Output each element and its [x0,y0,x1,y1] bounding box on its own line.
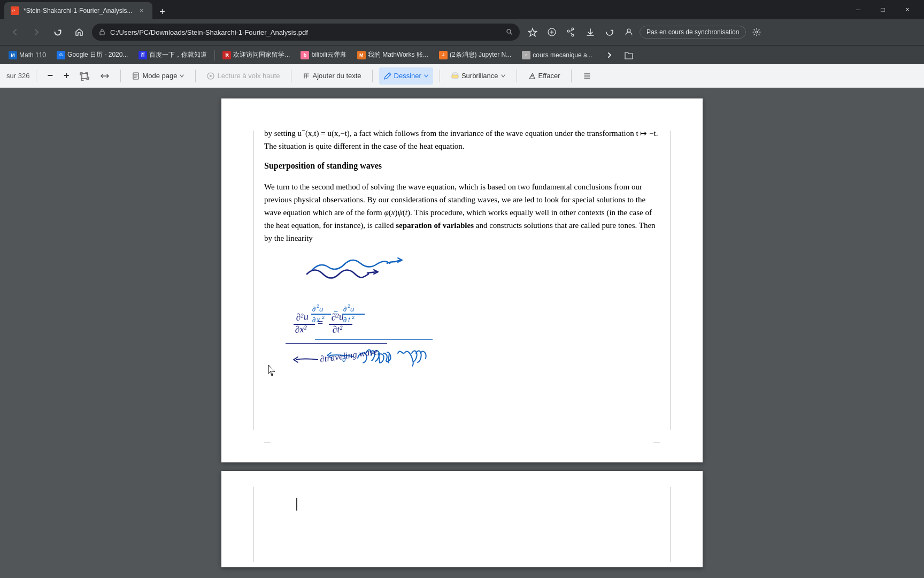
address-text: C:/Users/PC/Downloads/Stein-Shakarchi-1-… [110,28,502,36]
more-bookmarks-button[interactable] [601,47,618,64]
svg-rect-7 [82,73,87,79]
bookmark-mathworks-favicon: M [357,51,366,59]
mode-page-dropdown[interactable]: Mode page [127,67,189,85]
bookmark-cours[interactable]: c cours mecanique a... [518,49,596,62]
zoom-controls: − + [43,67,114,85]
download-icon[interactable] [582,24,599,41]
page-corner-bottom-right: — [653,439,660,446]
collections-button[interactable] [543,24,560,41]
fit-page-button[interactable] [75,67,94,85]
page-sur-label: sur 326 [6,72,29,80]
active-tab[interactable]: P *Stein-Shakarchi-1-Fourier_Analysis...… [4,2,152,19]
titlebar: P *Stein-Shakarchi-1-Fourier_Analysis...… [0,0,924,19]
pdf-toolbar: sur 326 − + Mode page Lecture à voix hau… [0,64,924,88]
svg-text:∂²u: ∂²u [331,311,344,323]
bold-separation: separation of variables [396,221,474,230]
dessiner-dropdown[interactable]: Dessiner [379,67,433,85]
bookmark-math110[interactable]: M Math 110 [4,49,50,62]
bookmark-cours-favicon: c [522,51,530,59]
zoom-out-button[interactable]: − [43,67,57,85]
effacer-button[interactable]: Effacer [523,67,565,85]
mode-page-chevron [179,73,184,79]
account-icon[interactable] [620,24,637,41]
bookmark-jupyter-favicon: J [439,51,448,59]
forward-button[interactable] [28,24,45,41]
bookmark-bilibili-favicon: b [301,51,309,59]
annotation-area: ∂²u ∂x² = ∂²u ∂t² ∂traveling wave [264,264,478,406]
minimize-button[interactable]: ─ [846,0,871,19]
pdf-page-next [221,471,703,567]
new-tab-button[interactable]: + [155,4,170,19]
svg-text:∂traveling wave: ∂traveling wave [319,346,379,364]
pdf-page: by setting u−(x,t) = u(x,−t), a fact whi… [221,98,703,462]
ajouter-texte-button[interactable]: Ajouter du texte [298,67,366,85]
tab-close-button[interactable]: × [136,6,146,16]
bookmarks-folder-icon[interactable] [620,47,637,64]
section-heading: Superposition of standing waves [264,159,660,173]
bookmark-gcal-label: Google 日历 - 2020... [67,50,128,59]
lecture-label: Lecture à voix haute [217,72,280,80]
toolbar-separator-5 [372,70,373,82]
toolbar-separator-3 [195,70,196,82]
settings-icon[interactable] [748,24,765,41]
bookmark-baidu-favicon: 百 [138,51,147,59]
tab-title: *Stein-Shakarchi-1-Fourier_Analysis... [24,7,132,14]
update-button[interactable] [601,24,618,41]
bookmark-google-cal[interactable]: G Google 日历 - 2020... [52,48,132,62]
window-controls: ─ □ × [846,0,920,19]
back-button[interactable] [6,24,24,41]
page-margin-right [670,131,671,430]
svg-text:∂x²: ∂x² [295,323,308,335]
text-cursor [296,498,297,511]
star-button[interactable] [524,24,541,41]
next-page-margin-right [670,487,671,562]
nav-right-controls: Pas en cours de synchronisation [524,24,765,41]
bookmarks-bar: M Math 110 G Google 日历 - 2020... 百 百度一下，… [0,45,924,64]
home-button[interactable] [71,24,88,41]
maximize-button[interactable]: □ [871,0,895,19]
bookmark-separator [214,50,215,60]
pdf-page-text: by setting u−(x,t) = u(x,−t), a fact whi… [264,125,660,245]
svg-point-6 [756,31,758,33]
paragraph-main: We turn to the second method of solving … [264,180,660,245]
bookmark-bilibili[interactable]: b bilibili云弹幕 [296,48,350,62]
surbrillance-dropdown[interactable]: Surbrillance [446,67,510,85]
share-button[interactable] [563,24,580,41]
effacer-label: Effacer [538,72,560,80]
mode-page-label: Mode page [142,72,177,80]
svg-point-3 [507,29,511,33]
bookmark-jupyter[interactable]: J (2条消息) Jupyter N... [435,48,515,62]
bookmark-csc[interactable]: 欢 欢迎访问国家留学... [218,48,294,62]
lecture-button[interactable]: Lecture à voix haute [202,67,284,85]
more-options-button[interactable] [578,67,596,85]
next-page-margin-left [253,487,254,562]
svg-rect-2 [100,32,104,35]
page-corner-bottom-left: — [264,439,271,446]
bookmark-math110-favicon: M [9,51,17,59]
toolbar-separator-6 [440,70,440,82]
refresh-button[interactable] [49,24,66,41]
paragraph-top: by setting u−(x,t) = u(x,−t), a fact whi… [264,125,660,153]
bookmark-gcal-favicon: G [57,51,65,59]
surbrillance-chevron [500,73,506,79]
zoom-in-button[interactable]: + [59,67,74,85]
surbrillance-label: Surbrillance [461,72,498,80]
fit-width-button[interactable] [96,67,114,85]
sync-button[interactable]: Pas en cours de synchronisation [640,26,746,39]
close-button[interactable]: × [895,0,920,19]
bookmark-mathworks[interactable]: M 我的 MathWorks 账... [353,48,433,62]
toolbar-separator-7 [517,70,517,82]
bookmark-baidu[interactable]: 百 百度一下，你就知道 [134,48,211,62]
bookmark-csc-favicon: 欢 [222,51,231,59]
toolbar-separator-8 [571,70,572,82]
pdf-content: by setting u−(x,t) = u(x,−t), a fact whi… [0,88,924,578]
search-icon [506,28,513,36]
svg-text:∂²u: ∂²u [296,311,309,323]
ajouter-texte-label: Ajouter du texte [313,72,361,80]
bookmark-math110-label: Math 110 [19,51,46,59]
address-bar[interactable]: C:/Users/PC/Downloads/Stein-Shakarchi-1-… [92,24,520,41]
svg-point-5 [627,29,630,32]
svg-text:P: P [12,9,15,13]
toolbar-separator-1 [36,70,36,82]
bookmark-mathworks-label: 我的 MathWorks 账... [368,50,428,59]
